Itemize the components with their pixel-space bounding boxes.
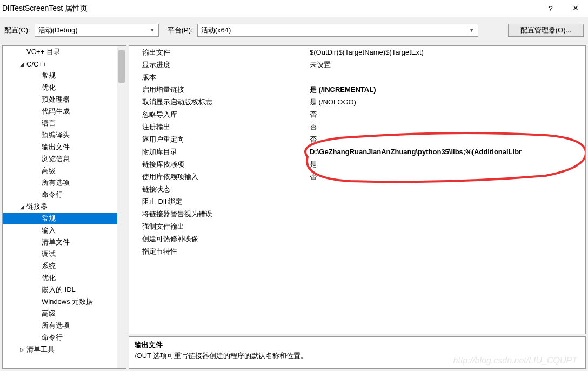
tree-item-label: 输出文件: [42, 142, 70, 152]
tree-item-16[interactable]: 清单文件: [3, 236, 126, 248]
tree-item-15[interactable]: 输入: [3, 224, 126, 236]
tree-item-label: 预处理器: [42, 95, 70, 104]
content-area: VC++ 目录◢C/C++常规优化预处理器代码生成语言预编译头输出文件浏览信息高…: [0, 43, 588, 371]
tree-item-label: 命令行: [42, 190, 63, 200]
tree-item-label: 输入: [42, 226, 56, 235]
tree-item-3[interactable]: 优化: [3, 82, 126, 94]
props-row-8[interactable]: 附加库目录D:\GeZhangRuanJianAnZhuang\python35…: [129, 145, 585, 158]
props-row-9[interactable]: 链接库依赖项是: [129, 158, 585, 170]
tree-item-label: 优化: [42, 273, 56, 283]
window-title: DllTestScreenTest 属性页: [2, 4, 538, 14]
props-value: $(OutDir)$(TargetName)$(TargetExt): [308, 48, 585, 56]
close-button[interactable]: ×: [563, 0, 588, 17]
tree-item-0[interactable]: VC++ 目录: [3, 46, 126, 58]
titlebar: DllTestScreenTest 属性页 ? ×: [0, 0, 588, 17]
description-text: /OUT 选项可重写链接器创建的程序的默认名称和位置。: [135, 351, 580, 361]
tree-scrollbar[interactable]: [117, 46, 126, 368]
props-row-13[interactable]: 将链接器警告视为错误: [129, 208, 585, 220]
description-title: 输出文件: [135, 340, 580, 350]
chevron-down-icon: ▼: [150, 27, 155, 33]
tree-item-label: 语言: [42, 118, 56, 128]
tree-item-label: 代码生成: [42, 107, 70, 116]
tree-item-24[interactable]: 命令行: [3, 332, 126, 343]
tree-item-label: 链接器: [26, 202, 48, 211]
config-manager-button[interactable]: 配置管理器(O)...: [508, 24, 584, 37]
chevron-down-icon: ▼: [469, 27, 475, 33]
tree-item-2[interactable]: 常规: [3, 70, 126, 82]
tree-item-4[interactable]: 预处理器: [3, 94, 126, 105]
scrollbar-thumb[interactable]: [118, 50, 125, 83]
tree-item-12[interactable]: 命令行: [3, 189, 126, 201]
tree-item-8[interactable]: 输出文件: [3, 141, 126, 153]
props-value: 是: [308, 160, 585, 169]
props-label: 指定节特性: [129, 247, 308, 256]
props-label: 注册输出: [129, 122, 308, 132]
tree-item-label: 所有选项: [42, 178, 70, 188]
tree-item-label: 高级: [42, 166, 56, 176]
tree-item-9[interactable]: 浏览信息: [3, 153, 126, 165]
tree-item-14[interactable]: 常规: [3, 213, 126, 224]
props-label: 逐用户重定向: [129, 135, 308, 144]
tree-item-label: 常规: [42, 214, 56, 223]
tree-item-22[interactable]: 高级: [3, 308, 126, 320]
props-row-6[interactable]: 注册输出否: [129, 121, 585, 133]
platform-value: 活动(x64): [201, 25, 231, 35]
props-row-10[interactable]: 使用库依赖项输入否: [129, 170, 585, 183]
config-select[interactable]: 活动(Debug) ▼: [35, 24, 159, 37]
props-value: 否: [308, 135, 585, 144]
props-row-7[interactable]: 逐用户重定向否: [129, 133, 585, 145]
tree-item-17[interactable]: 调试: [3, 248, 126, 260]
tree-item-10[interactable]: 高级: [3, 165, 126, 177]
props-row-11[interactable]: 链接状态: [129, 183, 585, 195]
tree-item-5[interactable]: 代码生成: [3, 105, 126, 117]
props-row-16[interactable]: 指定节特性: [129, 245, 585, 257]
tree-item-21[interactable]: Windows 元数据: [3, 296, 126, 308]
config-label: 配置(C):: [4, 25, 30, 35]
props-row-15[interactable]: 创建可热修补映像: [129, 233, 585, 245]
props-label: 附加库目录: [129, 147, 308, 157]
tree-item-18[interactable]: 系统: [3, 260, 126, 272]
tree-arrow-icon: ◢: [20, 204, 26, 210]
toolbar: 配置(C): 活动(Debug) ▼ 平台(P): 活动(x64) ▼ 配置管理…: [0, 17, 588, 43]
tree-item-20[interactable]: 嵌入的 IDL: [3, 284, 126, 296]
props-row-12[interactable]: 阻止 Dll 绑定: [129, 195, 585, 208]
help-button[interactable]: ?: [538, 0, 563, 17]
tree-panel: VC++ 目录◢C/C++常规优化预处理器代码生成语言预编译头输出文件浏览信息高…: [2, 45, 126, 369]
props-row-5[interactable]: 忽略导入库否: [129, 108, 585, 121]
tree-item-7[interactable]: 预编译头: [3, 129, 126, 141]
props-label: 输出文件: [129, 48, 308, 57]
props-row-0[interactable]: 输出文件$(OutDir)$(TargetName)$(TargetExt): [129, 46, 585, 58]
tree-item-23[interactable]: 所有选项: [3, 320, 126, 332]
platform-select[interactable]: 活动(x64) ▼: [197, 24, 478, 37]
props-label: 显示进度: [129, 60, 308, 70]
tree-item-19[interactable]: 优化: [3, 272, 126, 284]
props-row-2[interactable]: 版本: [129, 71, 585, 83]
props-row-4[interactable]: 取消显示启动版权标志是 (/NOLOGO): [129, 96, 585, 108]
tree-item-11[interactable]: 所有选项: [3, 177, 126, 189]
props-label: 将链接器警告视为错误: [129, 209, 308, 219]
props-value: 是 (/INCREMENTAL): [308, 85, 585, 95]
tree-item-label: 系统: [42, 261, 56, 271]
props-label: 版本: [129, 72, 308, 82]
props-row-1[interactable]: 显示进度未设置: [129, 58, 585, 71]
tree-item-1[interactable]: ◢C/C++: [3, 58, 126, 70]
props-label: 链接库依赖项: [129, 160, 308, 169]
tree-item-label: 清单文件: [42, 237, 70, 247]
tree-item-label: 调试: [42, 249, 56, 259]
tree-item-label: 嵌入的 IDL: [42, 285, 76, 295]
props-label: 阻止 Dll 绑定: [129, 197, 308, 207]
props-row-14[interactable]: 强制文件输出: [129, 220, 585, 233]
tree-item-25[interactable]: ▷清单工具: [3, 343, 126, 355]
props-grid: 输出文件$(OutDir)$(TargetName)$(TargetExt)显示…: [129, 45, 586, 334]
props-row-3[interactable]: 启用增量链接是 (/INCREMENTAL): [129, 83, 585, 96]
tree-item-label: 所有选项: [42, 321, 70, 330]
tree-item-label: 优化: [42, 83, 56, 92]
tree-item-6[interactable]: 语言: [3, 117, 126, 129]
props-label: 链接状态: [129, 184, 308, 194]
tree-item-13[interactable]: ◢链接器: [3, 201, 126, 213]
props-value: 否: [308, 110, 585, 120]
props-value: 否: [308, 122, 585, 132]
tree-item-label: C/C++: [26, 60, 47, 68]
props-value: D:\GeZhangRuanJianAnZhuang\python35\libs…: [308, 148, 585, 156]
props-label: 使用库依赖项输入: [129, 172, 308, 182]
